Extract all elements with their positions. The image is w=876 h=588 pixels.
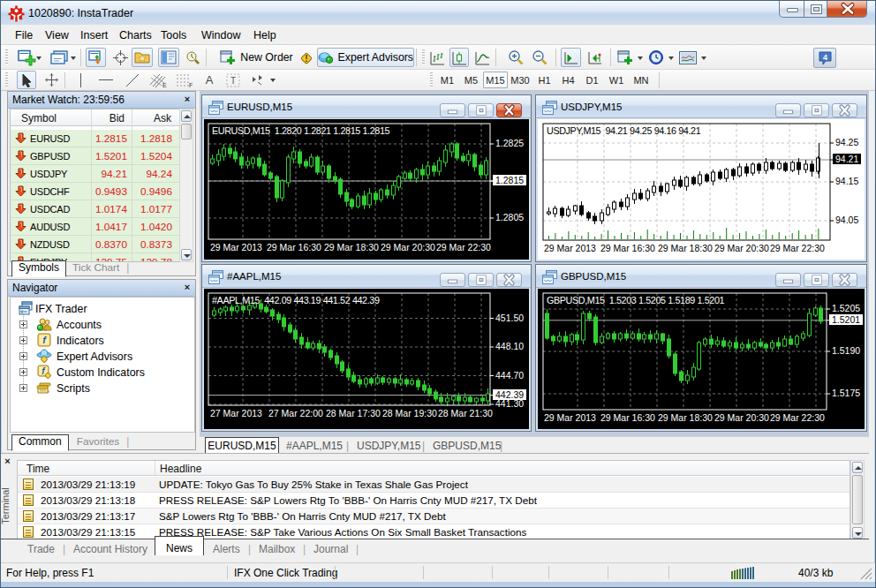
svg-text:E: E	[162, 82, 167, 88]
svg-text:F: F	[189, 82, 193, 88]
svg-text:T: T	[230, 76, 236, 86]
svg-text:4: 4	[822, 53, 827, 62]
svg-text:!: !	[305, 53, 307, 63]
